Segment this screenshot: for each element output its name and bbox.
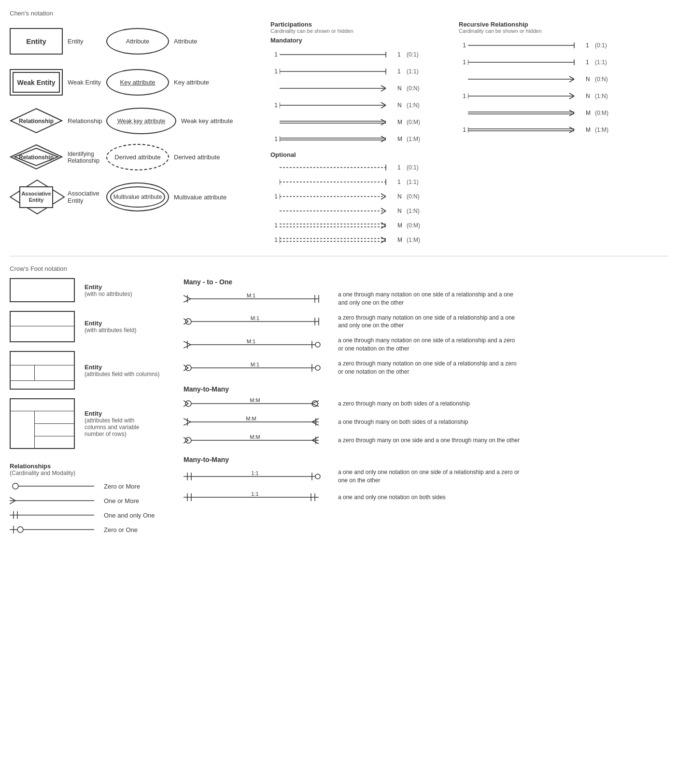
weak-entity-label: Weak Entity — [17, 79, 55, 86]
part-opt-row-0: 1 (0:1) — [270, 160, 449, 175]
many-to-one-title: Many - to - One — [184, 278, 668, 286]
recursive-title: Recursive Relationship — [459, 21, 623, 28]
rec-line-0 — [468, 42, 584, 49]
svg-line-119 — [312, 419, 319, 422]
key-attribute-text: Key attribute — [174, 79, 209, 86]
relationship-shape: Relationship — [10, 108, 63, 134]
svg-line-65 — [569, 127, 574, 130]
m2m-line-1: M:M — [184, 416, 328, 428]
identifying-text: Identifying Relationship — [68, 151, 101, 164]
cf-entity-label-3: Entity (attributes field with columns an… — [85, 410, 157, 437]
chen-attr-row-1: Key attribute Key attribute — [106, 62, 266, 103]
attribute-shape: Attribute — [106, 28, 169, 55]
opt-line-3 — [280, 207, 396, 215]
mand-right-0: 1 — [397, 51, 405, 58]
part-subtitle: Cardinality can be shown or hidden — [270, 28, 449, 34]
recursive-col: Recursive Relationship Cardinality can b… — [449, 21, 623, 247]
mand-line-4 — [280, 118, 396, 126]
opt-notation-3: (1:N) — [407, 208, 431, 214]
m2o-row-2: M:1 a one through many notation on one s… — [184, 336, 668, 353]
m2m-row-1: M:M a one through many on both sides of … — [184, 416, 668, 428]
one-one-line-1: 1:1 — [184, 491, 328, 503]
svg-text:M:M: M:M — [250, 434, 260, 440]
cf-entity-var-shape — [10, 398, 75, 449]
one-one-row-0: 1:1 a one and only one notation on one s… — [184, 468, 668, 485]
svg-text:1:1: 1:1 — [251, 471, 258, 476]
relationship-text: Relationship — [68, 117, 102, 125]
mand-line-0 — [280, 51, 396, 58]
svg-line-10 — [381, 85, 386, 88]
derived-shape: Derived attribute — [106, 144, 169, 170]
rec-line-3 — [468, 92, 584, 100]
chens-top-layout: Entity Entity Weak Entity Weak Entity — [10, 21, 668, 247]
entity-shape: Entity — [10, 28, 63, 55]
mand-line-3 — [280, 101, 396, 109]
svg-line-11 — [381, 88, 386, 91]
m2o-line-2: M:1 — [184, 339, 328, 350]
derived-text: Derived attribute — [174, 154, 220, 161]
m2o-row-0: M:1 a one through many notation on one s… — [184, 291, 668, 307]
svg-point-105 — [315, 365, 320, 370]
m2o-row-3: M:1 a zero through many notation on one … — [184, 360, 668, 376]
associative-label: Associative Entity — [20, 191, 52, 203]
rec-line-4 — [468, 109, 584, 117]
associative-shape: Associative Entity — [10, 179, 63, 215]
part-mand-row-1: 1 1 (1:1) — [270, 63, 449, 80]
part-opt-row-1: 1 (1:1) — [270, 175, 449, 189]
mand-notation-0: (0:1) — [407, 51, 431, 58]
cf-entity-row-0: Entity (with no attributes) — [10, 278, 174, 302]
part-opt-row-2: 1 N (0:N) — [270, 189, 449, 204]
crows-title: Crow's Foot notation — [10, 265, 668, 272]
one-only-symbol — [10, 510, 97, 520]
opt-right-4: M — [397, 222, 405, 229]
mand-left-5: 1 — [270, 136, 278, 142]
weak-entity-text: Weak Entity — [68, 79, 101, 86]
svg-line-61 — [569, 113, 574, 116]
crows-left-col: Entity (with no attributes) Entity (with… — [10, 278, 174, 539]
svg-line-24 — [381, 139, 386, 142]
crows-section: Crow's Foot notation Entity (with no att… — [10, 265, 668, 539]
svg-text:M:1: M:1 — [251, 362, 259, 367]
mand-notation-5: (1:M) — [407, 136, 431, 142]
m2o-line-0: M:1 — [184, 293, 328, 305]
svg-line-18 — [381, 119, 386, 122]
chen-attr-row-4: Multivalue attribute Multivalue attribut… — [106, 175, 266, 219]
cf-entity-label-0: Entity (with no attributes) — [85, 283, 132, 297]
associative-text: Associative Entity — [68, 190, 101, 204]
mand-right-5: M — [397, 136, 405, 142]
rec-line-2 — [468, 75, 584, 83]
svg-line-56 — [569, 93, 574, 96]
identifying-label: Relationship — [19, 154, 54, 161]
svg-text:M:1: M:1 — [251, 316, 259, 321]
many-to-many-title: Many-to-Many — [184, 385, 668, 393]
svg-line-120 — [312, 422, 319, 425]
svg-text:M:1: M:1 — [247, 293, 255, 298]
multi-shape: Multivalue attribute — [106, 182, 169, 211]
key-attr-shape-label: Key attribute — [120, 79, 155, 86]
rel-sublabel: (Cardinality and Modality) — [10, 470, 174, 476]
cf-entity-label-2: Entity (attributes field with columns) — [85, 364, 159, 378]
rel-sym-row-1: One or More — [10, 496, 174, 505]
opt-notation-0: (0:1) — [407, 164, 431, 171]
part-mand-row-0: 1 1 (0:1) — [270, 46, 449, 63]
participations-col: Participations Cardinality can be shown … — [266, 21, 449, 247]
svg-line-19 — [381, 122, 386, 125]
rec-row-1: 1 1 (1:1) — [459, 54, 623, 70]
opt-left-4: 1 — [270, 222, 278, 229]
mand-right-2: N — [397, 85, 405, 92]
weak-key-shape: Weak key attribute — [106, 108, 176, 134]
key-attribute-shape: Key attribute — [106, 69, 169, 96]
entity-text: Entity — [68, 38, 84, 45]
rel-sym-label-2: One and only One — [104, 512, 155, 519]
svg-line-128 — [312, 440, 319, 444]
one-one-desc-0: a one and only one notation on one side … — [338, 468, 522, 485]
chen-row-entity: Entity Entity — [10, 21, 101, 62]
svg-text:1:1: 1:1 — [251, 491, 258, 497]
m2o-row-1: M:1 a zero through many notation on one … — [184, 314, 668, 330]
cf-entity-label-1: Entity (with attributes field) — [85, 320, 136, 334]
attribute-text: Attribute — [174, 38, 197, 45]
opt-right-3: N — [397, 208, 405, 214]
svg-point-135 — [315, 474, 320, 479]
opt-left-2: 1 — [270, 193, 278, 200]
m2m-line-0: M:M — [184, 398, 328, 409]
